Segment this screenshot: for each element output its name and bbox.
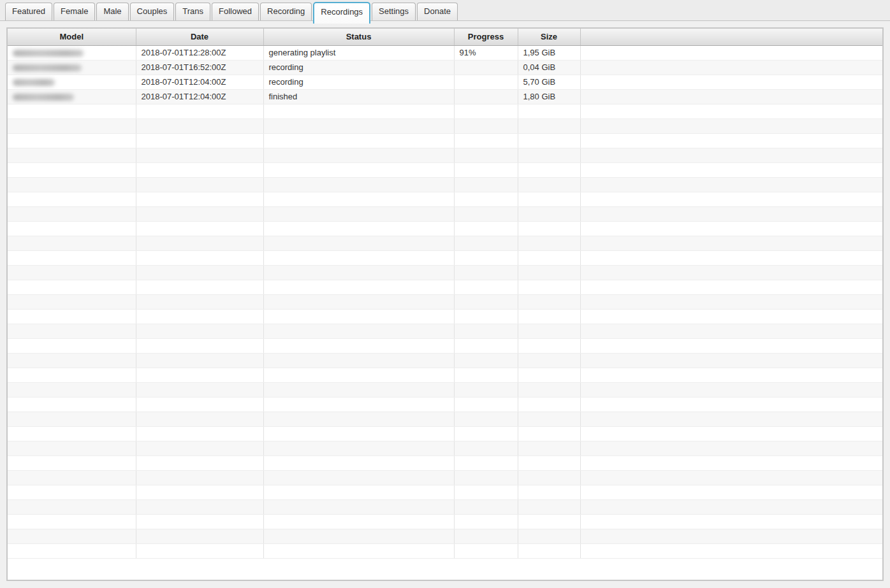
cell-progress bbox=[454, 499, 518, 514]
column-header-progress[interactable]: Progress bbox=[454, 29, 518, 45]
table-header-row: Model Date Status Progress Size bbox=[8, 29, 882, 45]
cell-extra bbox=[580, 397, 882, 412]
cell-size bbox=[518, 499, 580, 514]
cell-date bbox=[136, 368, 263, 382]
empty-row[interactable] bbox=[8, 104, 882, 118]
empty-row[interactable] bbox=[8, 177, 882, 192]
cell-size bbox=[518, 177, 580, 192]
cell-size bbox=[518, 250, 580, 265]
empty-row[interactable] bbox=[8, 236, 882, 250]
empty-row[interactable] bbox=[8, 441, 882, 455]
empty-row[interactable] bbox=[8, 338, 882, 353]
cell-extra bbox=[580, 236, 882, 250]
recording-row[interactable]: 2018-07-01T12:28:00Zgenerating playlist9… bbox=[8, 45, 882, 60]
empty-row[interactable] bbox=[8, 265, 882, 280]
cell-extra bbox=[580, 162, 882, 177]
tab-female[interactable]: Female bbox=[54, 3, 95, 20]
cell-model bbox=[8, 324, 136, 338]
empty-row[interactable] bbox=[8, 353, 882, 368]
cell-size bbox=[518, 397, 580, 412]
cell-progress: 91% bbox=[454, 45, 518, 60]
empty-row[interactable] bbox=[8, 162, 882, 177]
empty-row[interactable] bbox=[8, 529, 882, 543]
tab-recordings[interactable]: Recordings bbox=[313, 2, 370, 24]
cell-extra bbox=[580, 206, 882, 221]
cell-date bbox=[136, 324, 263, 338]
cell-status bbox=[263, 309, 454, 324]
cell-model bbox=[8, 499, 136, 514]
cell-date bbox=[136, 250, 263, 265]
tab-followed[interactable]: Followed bbox=[212, 3, 259, 20]
cell-date bbox=[136, 294, 263, 309]
cell-size bbox=[518, 206, 580, 221]
empty-row[interactable] bbox=[8, 294, 882, 309]
empty-row[interactable] bbox=[8, 412, 882, 426]
empty-row[interactable] bbox=[8, 280, 882, 294]
empty-row[interactable] bbox=[8, 324, 882, 338]
cell-progress bbox=[454, 250, 518, 265]
cell-progress bbox=[454, 118, 518, 133]
cell-date: 2018-07-01T12:04:00Z bbox=[136, 89, 263, 104]
empty-row[interactable] bbox=[8, 397, 882, 412]
cell-model bbox=[8, 382, 136, 397]
tab-donate[interactable]: Donate bbox=[417, 3, 458, 20]
cell-progress bbox=[454, 529, 518, 543]
cell-date: 2018-07-01T16:52:00Z bbox=[136, 60, 263, 75]
cell-model bbox=[8, 89, 136, 104]
tab-settings[interactable]: Settings bbox=[372, 3, 416, 20]
cell-extra bbox=[580, 441, 882, 455]
cell-progress bbox=[454, 338, 518, 353]
empty-row[interactable] bbox=[8, 148, 882, 162]
tab-recording[interactable]: Recording bbox=[260, 3, 312, 20]
column-header-date[interactable]: Date bbox=[136, 29, 263, 45]
model-name-redacted bbox=[13, 64, 82, 71]
tab-male[interactable]: Male bbox=[96, 3, 128, 20]
empty-row[interactable] bbox=[8, 192, 882, 206]
cell-size bbox=[518, 221, 580, 236]
recording-row[interactable]: 2018-07-01T12:04:00Zfinished1,80 GiB bbox=[8, 89, 882, 104]
tab-trans[interactable]: Trans bbox=[175, 3, 210, 20]
empty-row[interactable] bbox=[8, 368, 882, 382]
cell-model bbox=[8, 485, 136, 499]
cell-extra bbox=[580, 382, 882, 397]
cell-status bbox=[263, 206, 454, 221]
cell-status bbox=[263, 529, 454, 543]
tab-featured[interactable]: Featured bbox=[5, 3, 52, 20]
recording-row[interactable]: 2018-07-01T16:52:00Zrecording0,04 GiB bbox=[8, 60, 882, 75]
cell-model bbox=[8, 441, 136, 455]
column-header-model[interactable]: Model bbox=[8, 29, 136, 45]
empty-row[interactable] bbox=[8, 382, 882, 397]
cell-progress bbox=[454, 177, 518, 192]
cell-status bbox=[263, 177, 454, 192]
column-header-extra[interactable] bbox=[580, 29, 882, 45]
column-header-size[interactable]: Size bbox=[518, 29, 580, 45]
empty-row[interactable] bbox=[8, 455, 882, 470]
cell-status bbox=[263, 543, 454, 558]
cell-status bbox=[263, 397, 454, 412]
cell-model bbox=[8, 426, 136, 441]
empty-row[interactable] bbox=[8, 133, 882, 148]
empty-row[interactable] bbox=[8, 250, 882, 265]
empty-row[interactable] bbox=[8, 499, 882, 514]
cell-progress bbox=[454, 192, 518, 206]
recording-row[interactable]: 2018-07-01T12:04:00Zrecording5,70 GiB bbox=[8, 75, 882, 89]
empty-row[interactable] bbox=[8, 543, 882, 558]
cell-model bbox=[8, 221, 136, 236]
cell-extra bbox=[580, 368, 882, 382]
cell-status: recording bbox=[263, 60, 454, 75]
empty-row[interactable] bbox=[8, 118, 882, 133]
empty-row[interactable] bbox=[8, 426, 882, 441]
empty-row[interactable] bbox=[8, 485, 882, 499]
cell-model bbox=[8, 162, 136, 177]
cell-extra bbox=[580, 60, 882, 75]
empty-row[interactable] bbox=[8, 514, 882, 529]
cell-model bbox=[8, 412, 136, 426]
empty-row[interactable] bbox=[8, 470, 882, 485]
empty-row[interactable] bbox=[8, 309, 882, 324]
cell-size bbox=[518, 368, 580, 382]
column-header-status[interactable]: Status bbox=[263, 29, 454, 45]
empty-row[interactable] bbox=[8, 206, 882, 221]
empty-row[interactable] bbox=[8, 221, 882, 236]
cell-size bbox=[518, 485, 580, 499]
tab-couples[interactable]: Couples bbox=[130, 3, 175, 20]
